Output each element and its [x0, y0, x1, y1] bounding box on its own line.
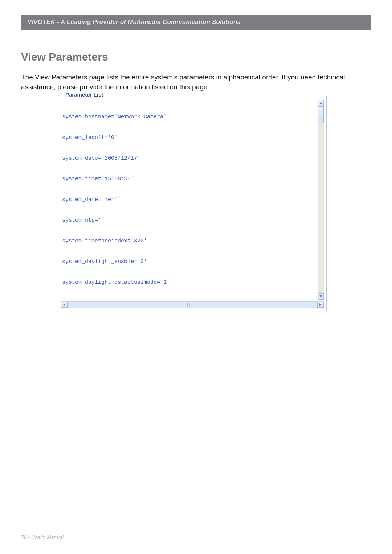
scroll-down-button[interactable]: [318, 293, 324, 300]
intro-paragraph: The View Parameters page lists the entir…: [21, 73, 371, 92]
parameter-line: system_ledoff='0': [62, 134, 315, 141]
vertical-scrollbar[interactable]: [318, 100, 324, 300]
page-title: View Parameters: [21, 51, 108, 63]
parameter-line: system_hostname='Network Camera': [62, 114, 315, 120]
scroll-left-button[interactable]: [61, 302, 68, 308]
parameter-line: system_datetime='': [62, 196, 315, 203]
horizontal-scrollbar[interactable]: [61, 301, 324, 308]
page-footer: 76 - User's Manual: [21, 534, 64, 540]
parameter-line: system_timezoneindex='320': [62, 238, 315, 245]
parameter-list-legend: Parameter List: [63, 91, 105, 98]
vertical-scroll-thumb[interactable]: [318, 107, 324, 123]
parameter-line: system_daylight_auto_begintime='NONE': [62, 300, 315, 300]
parameter-list-panel: Parameter List system_hostname='Network …: [58, 95, 327, 311]
parameter-line: system_date='2008/12/17': [62, 155, 315, 162]
parameter-line: system_daylight_enable='0': [62, 258, 315, 265]
parameter-list-content[interactable]: system_hostname='Network Camera' system_…: [62, 100, 315, 300]
chevron-down-icon: [319, 295, 322, 297]
chevron-right-icon: [319, 303, 322, 306]
chevron-left-icon: [63, 303, 65, 306]
header-banner: VIVOTEK - A Leading Provider of Multimed…: [21, 15, 371, 30]
parameter-list-box: system_hostname='Network Camera' system_…: [58, 95, 327, 311]
chevron-up-icon: [319, 102, 322, 104]
header-banner-text: VIVOTEK - A Leading Provider of Multimed…: [28, 19, 241, 26]
horizontal-scroll-track-mark: [187, 303, 190, 307]
parameter-line: system_ntp='': [62, 217, 315, 224]
parameter-line: system_time='15:08:58': [62, 176, 315, 182]
page: VIVOTEK - A Leading Provider of Multimed…: [0, 0, 392, 554]
parameter-line: system_daylight_dstactualmode='1': [62, 279, 315, 286]
scroll-up-button[interactable]: [318, 100, 324, 107]
header-divider: [21, 36, 371, 36]
scroll-right-button[interactable]: [317, 302, 324, 308]
